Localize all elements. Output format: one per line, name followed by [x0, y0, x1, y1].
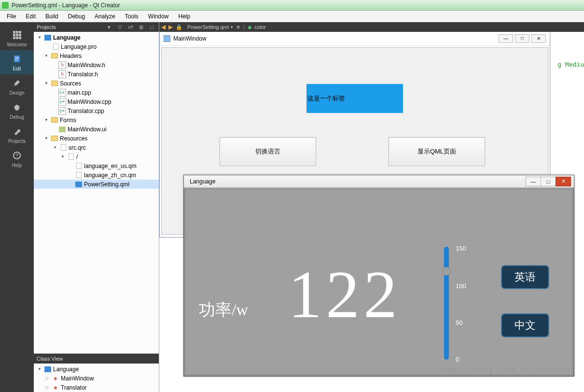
svg-rect-10 — [15, 57, 19, 57]
tree-headers[interactable]: ▼Headers — [34, 51, 159, 60]
chinese-button[interactable]: 中文 — [501, 313, 549, 337]
switch-language-button[interactable]: 切换语言 — [220, 137, 316, 166]
split-icon[interactable]: □ — [147, 24, 156, 30]
mode-projects[interactable]: Projects — [0, 123, 34, 147]
mode-design[interactable]: Design — [0, 74, 34, 98]
slider-handle[interactable] — [442, 267, 451, 276]
dropdown-icon[interactable]: ▾ — [105, 24, 113, 30]
svg-text:?: ? — [15, 153, 18, 158]
svg-rect-4 — [16, 34, 18, 36]
close-button[interactable]: ✕ — [556, 177, 571, 186]
classview-header: Class View — [34, 354, 159, 364]
menu-window[interactable]: Window — [143, 12, 174, 21]
close-button[interactable]: ✕ — [531, 34, 546, 43]
plus-icon[interactable]: ⊞ — [137, 24, 145, 30]
tick-100: 100 — [456, 282, 466, 290]
tick-0: 0 — [456, 356, 459, 363]
class-item[interactable]: ▷◆MainWindow — [34, 374, 159, 383]
pencil-icon — [12, 78, 22, 88]
mode-welcome[interactable]: Welcome — [0, 26, 34, 50]
tree-root[interactable]: ▼Language — [34, 33, 159, 42]
language-title-bar[interactable]: Language — □ ✕ — [184, 175, 574, 188]
bug-icon — [12, 102, 22, 112]
mode-debug[interactable]: Debug — [0, 98, 34, 123]
editor-toolbar: ◀ ▶ 🔒 PowerSetting.qml ▾ ✕ | ◆ color — [159, 22, 584, 32]
tree-ui-file[interactable]: MainWindow.ui — [34, 125, 159, 134]
power-slider[interactable] — [443, 247, 451, 360]
svg-rect-8 — [19, 37, 21, 39]
tree-qrc-root[interactable]: ▼/ — [34, 152, 159, 161]
menu-bar: File Edit Build Debug Analyze Tools Wind… — [0, 11, 584, 22]
tree-header-file[interactable]: hTranslator.h — [34, 70, 159, 79]
grid-icon — [12, 29, 22, 40]
projects-pane-header: Projects ▾ ▽ ⮂ ⊞ □ — [34, 22, 159, 32]
svg-rect-2 — [19, 31, 21, 33]
tick-150: 150 — [456, 245, 466, 252]
class-item[interactable]: ▷◆Translator — [34, 383, 159, 392]
tree-qrc[interactable]: ▼src.qrc — [34, 143, 159, 152]
minimize-button[interactable]: — — [526, 177, 541, 186]
mainwindow-title-bar[interactable]: MainWindow — □ ✕ — [160, 32, 550, 46]
window-title: PowerSetting.qml - Language - Qt Creator — [12, 2, 120, 9]
nav-back-icon[interactable]: ◀ — [161, 24, 166, 30]
app-icon — [164, 35, 170, 42]
link-icon[interactable]: ⮂ — [126, 24, 135, 30]
power-label: 功率/w — [199, 299, 248, 321]
svg-rect-7 — [16, 37, 18, 39]
tree-source-file[interactable]: c+MainWindow.cpp — [34, 97, 159, 106]
menu-build[interactable]: Build — [41, 12, 63, 21]
close-file-icon[interactable]: ✕ — [236, 24, 240, 30]
show-qml-button[interactable]: 显示QML页面 — [389, 137, 485, 166]
class-root[interactable]: ▼Language — [34, 364, 159, 374]
menu-debug[interactable]: Debug — [63, 12, 90, 21]
mode-help[interactable]: ? Help — [0, 147, 34, 171]
chevron-down-icon: ▾ — [231, 25, 233, 29]
mode-edit[interactable]: Edit — [0, 50, 34, 74]
svg-point-13 — [14, 105, 19, 111]
tree-source-file[interactable]: c+main.cpp — [34, 88, 159, 97]
tree-qml-file[interactable]: PowerSetting.qml — [34, 180, 159, 189]
wrench-icon — [12, 126, 22, 137]
minimize-button[interactable]: — — [499, 34, 513, 43]
maximize-button[interactable]: □ — [541, 177, 556, 186]
svg-rect-5 — [19, 34, 21, 36]
watermark: https://blog.csdn.net/zzwdkxx — [439, 366, 570, 374]
tree-qm-file[interactable]: language_en_us.qm — [34, 161, 159, 170]
open-file-label: PowerSetting.qml — [187, 24, 229, 30]
tag-icon: ◆ — [248, 24, 251, 30]
class-tree[interactable]: ▼Language ▷◆MainWindow ▷◆Translator — [34, 364, 159, 392]
qt-logo-icon — [2, 2, 9, 9]
code-text: g Mediu — [557, 61, 584, 68]
tree-sources[interactable]: ▼Sources — [34, 79, 159, 88]
language-window: Language — □ ✕ 功率/w 122 — [183, 175, 574, 377]
english-button[interactable]: 英语 — [501, 265, 549, 289]
filter-icon[interactable]: ▽ — [115, 24, 124, 30]
tree-qm-file[interactable]: language_zh_cn.qm — [34, 170, 159, 180]
menu-file[interactable]: File — [2, 12, 21, 21]
tree-resources[interactable]: ▼Resources — [34, 134, 159, 143]
nav-forward-icon[interactable]: ▶ — [168, 24, 173, 30]
open-file-indicator[interactable]: PowerSetting.qml ▾ — [185, 24, 233, 30]
language-title: Language — [190, 178, 215, 185]
symbol-label[interactable]: color — [254, 24, 266, 30]
svg-rect-0 — [13, 31, 15, 33]
maximize-button[interactable]: □ — [515, 34, 529, 43]
projects-title: Projects — [37, 24, 56, 30]
tree-pro-file[interactable]: Language.pro — [34, 42, 159, 51]
svg-rect-12 — [15, 60, 18, 60]
tree-header-file[interactable]: hMainWindow.h — [34, 60, 159, 70]
lock-icon[interactable]: 🔒 — [176, 24, 182, 30]
svg-rect-11 — [15, 58, 19, 59]
project-tree[interactable]: ▼Language Language.pro ▼Headers hMainWin… — [34, 32, 159, 353]
menu-analyze[interactable]: Analyze — [90, 12, 120, 21]
menu-edit[interactable]: Edit — [21, 12, 41, 21]
help-icon: ? — [12, 150, 22, 161]
mainwindow-title: MainWindow — [173, 35, 207, 42]
svg-rect-6 — [13, 37, 15, 39]
tree-source-file[interactable]: c+Translator.cpp — [34, 106, 159, 115]
tree-forms[interactable]: ▼Forms — [34, 115, 159, 125]
document-icon — [12, 54, 22, 64]
power-value: 122 — [288, 255, 401, 333]
menu-help[interactable]: Help — [174, 12, 195, 21]
menu-tools[interactable]: Tools — [120, 12, 143, 21]
